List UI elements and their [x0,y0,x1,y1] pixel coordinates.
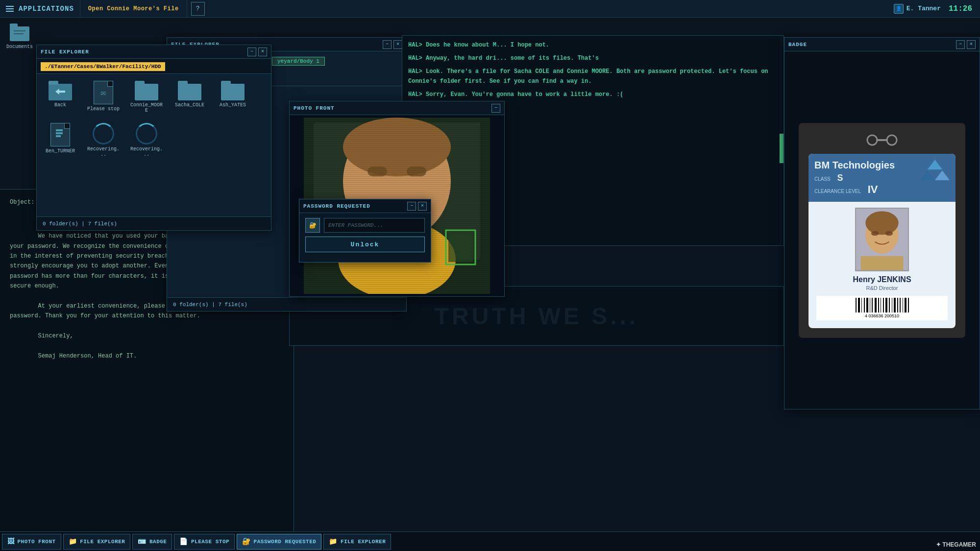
svg-rect-12 [56,129,63,131]
thegamer-logo: ✦ THEGAMER [936,541,976,548]
ben-turner-doc-icon [50,123,70,146]
file-path: ./ETanner/Cases/BWalker/Facility/HDD [41,62,165,71]
password-tb-label: PASSWORD REQUESTED [254,539,317,545]
file-item-please-stop[interactable]: ✉ Please stop [84,78,123,116]
photo-front-tb-icon: 🖼 [7,538,15,546]
badge-name: Henry JENKINS [816,275,948,284]
status-bar-back: 0 folder(s) | 7 file(s) [167,297,406,311]
hal-msg-4: HAL> Sorry, Evan. You're gonna have to w… [408,90,778,99]
photo-front-titlebar[interactable]: PHOTO FRONT − [290,101,504,115]
badge-photo [855,208,909,271]
minimize-password-button[interactable]: − [407,202,416,211]
documents-icon[interactable]: Documents [5,23,34,49]
file-item-recovering-1: Recovering... [84,120,123,160]
user-info[interactable]: 👤 E. Tanner [894,4,941,14]
file-item-recovering-2: Recovering... [127,120,166,160]
please-stop-label: Please stop [87,106,120,112]
file-path-bar: ./ETanner/Cases/BWalker/Facility/HDD [37,59,271,74]
file-item-back[interactable]: Back [41,78,80,116]
minimize-badge-button[interactable]: − [956,40,965,49]
close-badge-button[interactable]: × [967,40,976,49]
photo-window-controls: − [491,104,500,113]
svg-rect-13 [56,132,63,134]
badge-class-label: CLASS [814,176,831,182]
back-label: Back [54,102,66,108]
back-folder-icon [49,81,72,100]
password-input[interactable] [324,218,425,233]
ben-turner-label: Ben_TURNER [46,148,75,154]
svg-rect-2 [14,30,25,31]
taskbar-please-stop[interactable]: 📄 PLEASE STOP [174,534,235,550]
please-stop-doc-icon: ✉ [94,81,113,104]
file-item-sacha-cole[interactable]: Sacha_COLE [170,78,209,116]
hamburger-icon [6,6,14,12]
window-controls-front: − × [247,48,267,56]
file-item-ben-turner[interactable]: Ben_TURNER [41,120,80,160]
close-button[interactable]: × [393,40,402,49]
status-text-front: 0 folder(s) | 7 file(s) [43,221,117,227]
badge-header: BM Technologies CLASS S CLEARANCE LEVEL … [808,154,956,202]
unlock-button[interactable]: Unlock [305,237,425,252]
desktop: Documents Trash yeyard/Body 1 FILE EXPLO… [0,18,980,531]
svg-point-26 [867,135,877,145]
open-connie-action[interactable]: Open Connie Moore's File [80,0,187,17]
minimize-button-front[interactable]: − [247,48,256,56]
minimize-photo-button[interactable]: − [491,104,500,113]
taskbar-photo-front[interactable]: 🖼 PHOTO FRONT [2,534,61,550]
photo-front-tb-label: PHOTO FRONT [18,539,56,545]
close-button-front[interactable]: × [258,48,267,56]
close-password-button[interactable]: × [418,202,427,211]
badge-window: BADGE − × BM Te [784,37,980,409]
taskbar-password-requested[interactable]: 🔐 PASSWORD REQUESTED [237,534,321,550]
taskbar-file-explorer-2[interactable]: 📁 FILE EXPLORER [323,534,391,550]
taskbar-file-explorer-1[interactable]: 📁 FILE EXPLORER [63,534,131,550]
svg-rect-28 [876,139,888,141]
please-stop-tb-icon: 📄 [179,537,188,546]
password-input-row: 🔐 [305,218,425,233]
file-explorer-2-tb-label: FILE EXPLORER [341,539,386,545]
password-titlebar[interactable]: PASSWORD REQUESTED − × [299,199,431,213]
badge-photo-frame: BM Technologies CLASS S CLEARANCE LEVEL … [799,123,965,338]
applications-label: APPLICATIONS [19,5,74,13]
file-item-connie-moore[interactable]: Connie_MOORE [127,78,166,116]
minimize-button[interactable]: − [383,40,392,49]
password-window-controls: − × [407,202,427,211]
badge-clearance-label: CLEARANCE LEVEL [814,189,861,194]
file-explorer-2-tb-icon: 📁 [329,537,338,546]
sacha-folder-icon [178,81,201,100]
svg-marker-29 [928,160,942,169]
user-name: E. Tanner [906,5,941,12]
hal-msg-2: HAL> Anyway, the hard dri... some of its… [408,54,778,63]
envelope-icon: ✉ [101,87,106,98]
badge-clip [808,133,956,150]
taskbar: 🖼 PHOTO FRONT 📁 FILE EXPLORER 🪪 BADGE 📄 … [0,531,980,551]
password-title: PASSWORD REQUESTED [303,203,407,209]
svg-marker-30 [920,170,935,180]
ash-folder-icon [221,81,245,100]
recovering-1-label: Recovering... [87,146,120,157]
documents-folder-icon [10,23,29,42]
barcode-number: 4 036636 200510 [818,313,946,318]
clock: 11:26 [949,4,972,13]
file-explorer-front-titlebar[interactable]: FILE EXPLORER − × [37,45,271,59]
badge-triangles [920,160,950,187]
badge-barcode: 4 036636 200510 [816,296,948,320]
password-tb-icon: 🔐 [242,537,251,546]
hal-scrollbar[interactable] [780,36,784,245]
connie-moore-label: Connie_MOORE [130,102,163,113]
top-bar-right: 👤 E. Tanner 11:26 [894,4,980,14]
user-icon: 👤 [894,4,904,14]
hal-scrollbar-thumb[interactable] [780,134,784,163]
badge-titlebar[interactable]: BADGE − × [784,38,980,51]
help-button[interactable]: ? [191,2,205,16]
svg-rect-11 [58,91,65,93]
password-dialog-window: PASSWORD REQUESTED − × 🔐 Unlock [299,199,431,263]
window-controls: − × [383,40,402,49]
please-stop-tb-label: PLEASE STOP [191,539,229,545]
svg-point-34 [865,211,898,235]
applications-menu[interactable]: APPLICATIONS [0,0,80,17]
badge-role: R&D Director [816,285,948,291]
file-item-ash-yates[interactable]: Ash_YATES [213,78,252,116]
taskbar-badge[interactable]: 🪪 BADGE [132,534,172,550]
svg-rect-3 [14,33,24,34]
